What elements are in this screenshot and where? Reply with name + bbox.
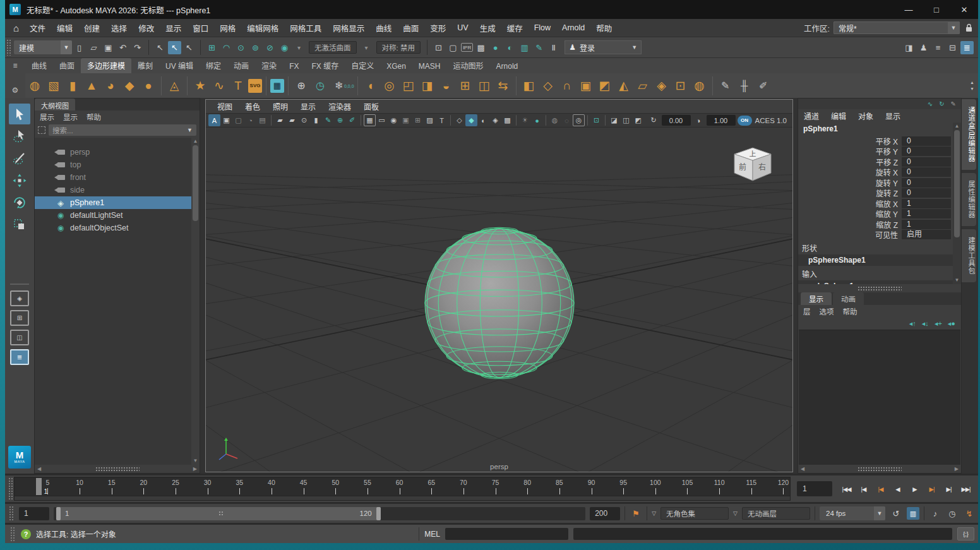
menu-item[interactable]: 变形	[424, 19, 451, 37]
outliner-menu-item[interactable]: 帮助	[87, 112, 106, 122]
maximize-button[interactable]: □	[923, 0, 950, 19]
current-frame-marker[interactable]	[36, 478, 42, 495]
new-scene-icon[interactable]: ▯	[73, 41, 86, 54]
poly-cylinder-icon[interactable]: ▮	[63, 75, 82, 96]
frame-selected-icon[interactable]: ▢	[232, 114, 244, 126]
menu-item[interactable]: UV	[451, 19, 474, 37]
channel-attribute-row[interactable]: 平移 Y 0	[798, 146, 953, 157]
msaa-icon[interactable]: ◎	[573, 114, 585, 126]
separator[interactable]	[546, 115, 546, 126]
go-to-start-button[interactable]: |◀◀	[839, 481, 854, 496]
shelf-tab[interactable]: 曲线	[25, 58, 53, 73]
quad-draw-icon[interactable]: ▱	[633, 75, 652, 96]
scrollbar-thumb[interactable]	[193, 145, 198, 221]
shelf-tab[interactable]: XGen	[380, 60, 412, 73]
play-back-button[interactable]: ◀	[890, 481, 905, 496]
anim-layer-field[interactable]: 无动画层	[742, 507, 810, 520]
layer-list[interactable]	[799, 330, 960, 465]
bevel-icon[interactable]: ◇	[539, 75, 558, 96]
outliner-menu-item[interactable]: 显示	[63, 112, 83, 122]
redo-icon[interactable]: ↷	[131, 41, 144, 54]
shadows-icon[interactable]: ▩	[501, 114, 513, 126]
layer-menu-item[interactable]: 层	[803, 306, 816, 316]
separator[interactable]	[288, 76, 289, 95]
menu-item[interactable]: 网格工具	[284, 19, 327, 37]
range-slider-range[interactable]: 1 120	[56, 507, 381, 520]
animation-start-field[interactable]: 1	[19, 507, 49, 520]
mirror-icon[interactable]: ◫	[475, 75, 494, 96]
channel-attribute-value[interactable]: 0	[902, 167, 951, 177]
mel-label[interactable]: MEL	[424, 530, 440, 539]
sphere-project-icon[interactable]: ◍	[690, 75, 709, 96]
open-scene-icon[interactable]: ▱	[87, 41, 100, 54]
select-hierarchy-icon[interactable]: ↖	[153, 41, 167, 54]
hud-icon[interactable]: T	[436, 114, 448, 126]
outliner-item[interactable]: defaultObjectSet	[35, 222, 191, 234]
viewport-menu-item[interactable]: 照明	[266, 101, 294, 112]
scrollbar-grip[interactable]	[858, 286, 902, 290]
helix-icon[interactable]: ∿	[210, 75, 229, 96]
motion-blur-icon[interactable]: ◌	[561, 114, 573, 126]
shape-node-name[interactable]: pSphereShape1	[798, 254, 953, 266]
workspace-lock-icon[interactable]	[965, 23, 972, 32]
lookdev-icon[interactable]: ◐	[503, 41, 517, 54]
menu-item[interactable]: 窗口	[187, 19, 214, 37]
grid-icon[interactable]: ▦	[364, 114, 376, 126]
range-grip[interactable]	[218, 511, 224, 517]
gamma-icon[interactable]: ◑	[693, 114, 705, 126]
separator[interactable]	[450, 115, 451, 126]
layer-move-up-icon[interactable]: ◂↑	[909, 320, 916, 328]
scrollbar-thumb[interactable]	[954, 130, 960, 237]
range-start-handle[interactable]	[56, 507, 61, 520]
light-editor-icon[interactable]: ▥	[518, 41, 531, 54]
drag-grip[interactable]	[9, 506, 13, 521]
login-dropdown[interactable]: ♟ 登录 ▼	[565, 40, 642, 54]
script-editor-button[interactable]: {;}	[957, 527, 974, 541]
menu-item[interactable]: 编辑网格	[241, 19, 284, 37]
outliner-item[interactable]: pSphere1	[35, 196, 191, 209]
menu-set-dropdown[interactable]: 建模 ▼	[14, 40, 72, 54]
audio-icon[interactable]: ♪	[929, 507, 941, 520]
channel-attribute-row[interactable]: 旋转 X 0	[798, 167, 953, 178]
viewport-menu-item[interactable]: 显示	[294, 101, 322, 112]
shelf-tab[interactable]: 雕刻	[131, 58, 159, 73]
channel-box-scrollbar[interactable]: ▲ ▼	[953, 123, 961, 284]
poly-sphere-icon[interactable]: ◍	[25, 75, 44, 96]
layer-menu-item[interactable]: 选项	[820, 306, 839, 316]
extrude-icon[interactable]: ◧	[520, 75, 539, 96]
right-side-tab[interactable]: 建模工具包	[962, 229, 976, 282]
channel-attribute-value[interactable]: 1	[902, 209, 951, 218]
paint-select-tool-button[interactable]	[9, 148, 30, 169]
select-component-icon[interactable]: ↖	[182, 41, 196, 54]
snap-point-icon[interactable]: ⊙	[234, 41, 248, 54]
separator[interactable]	[516, 115, 517, 126]
channel-attribute-value[interactable]: 1	[902, 220, 951, 229]
target-weld-icon[interactable]: ◈	[652, 75, 671, 96]
outliner-tab[interactable]: 大纲视图	[35, 99, 75, 111]
outliner-item[interactable]: side	[35, 184, 191, 196]
chevron-down-icon[interactable]: ▽	[652, 510, 656, 517]
layout-four-pane-button[interactable]: ⊞	[10, 310, 29, 326]
shelf-tab[interactable]: MASH	[412, 60, 447, 73]
svg-tool-icon[interactable]: SVG	[248, 75, 263, 96]
sculpt-icon[interactable]: ◭	[614, 75, 633, 96]
snap-view-plane-icon[interactable]: ⊘	[263, 41, 277, 54]
layer-move-down-icon[interactable]: ◂↓	[922, 320, 929, 328]
crease-tool-icon[interactable]: ✎	[716, 75, 735, 96]
prev-key-button[interactable]: |◀	[873, 481, 888, 496]
fill-hole-icon[interactable]: ▣	[577, 75, 595, 96]
shelf-tab[interactable]: Arnold	[490, 60, 525, 73]
layer-editor-tab[interactable]: 动画	[833, 292, 864, 305]
channel-key-icon[interactable]: ↻	[939, 100, 944, 107]
bookmark-icon[interactable]: ▮	[310, 114, 322, 126]
use-all-lights-icon[interactable]: ◈	[489, 114, 501, 126]
psphere-mesh[interactable]	[421, 224, 578, 382]
subdivide-icon[interactable]: ⊞	[456, 75, 475, 96]
channel-menu-item[interactable]: 对象	[858, 111, 885, 121]
home-icon[interactable]: ⌂	[13, 23, 19, 33]
screen-space-icon[interactable]: ◩	[632, 114, 644, 126]
shelf-menu-icon[interactable]: ≡	[13, 61, 17, 70]
type-tool-icon[interactable]: T	[229, 75, 248, 96]
viewport-canvas[interactable]: 上 前 右 persp	[206, 128, 792, 472]
fps-dropdown[interactable]: 24 fps ▼	[820, 506, 885, 520]
